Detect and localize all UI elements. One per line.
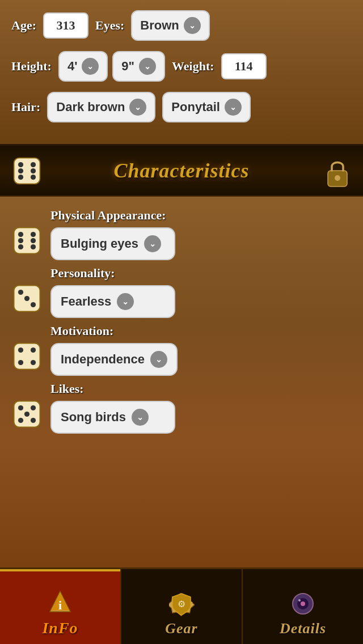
banner-dice-left-icon bbox=[11, 155, 43, 187]
svg-point-28 bbox=[18, 418, 23, 423]
svg-point-26 bbox=[18, 405, 23, 410]
likes-item: Likes: Song birds ⌄ bbox=[11, 382, 352, 434]
personality-label: Personality: bbox=[50, 266, 352, 281]
hair-style-chevron-icon: ⌄ bbox=[225, 99, 242, 116]
svg-text:⚙: ⚙ bbox=[178, 599, 185, 609]
svg-point-27 bbox=[31, 405, 36, 410]
svg-text:i: i bbox=[58, 598, 61, 612]
motivation-item: Motivation: Independence ⌄ bbox=[11, 324, 352, 376]
hair-color-chevron-icon: ⌄ bbox=[129, 99, 146, 116]
height-group: 4' ⌄ 9" ⌄ bbox=[58, 51, 165, 82]
personality-content: Personality: Fearless ⌄ bbox=[50, 266, 352, 318]
physical-appearance-dropdown[interactable]: Bulging eyes ⌄ bbox=[50, 227, 175, 260]
svg-point-6 bbox=[31, 168, 36, 173]
banner-lock-icon[interactable] bbox=[323, 156, 352, 185]
nav-item-details[interactable]: Details bbox=[243, 569, 363, 644]
likes-label: Likes: bbox=[50, 382, 352, 396]
weight-input[interactable]: 114 bbox=[221, 53, 267, 79]
svg-point-39 bbox=[301, 601, 305, 606]
svg-point-4 bbox=[31, 174, 36, 179]
svg-point-14 bbox=[18, 238, 23, 243]
svg-point-15 bbox=[31, 238, 36, 243]
personality-item: Personality: Fearless ⌄ bbox=[11, 266, 352, 318]
nav-details-label: Details bbox=[280, 620, 326, 637]
bottom-navigation: i InFo ⚙ Gear Detai bbox=[0, 567, 363, 644]
hair-label: Hair: bbox=[11, 100, 40, 115]
physical-dice-icon[interactable] bbox=[11, 225, 43, 256]
gear-icon: ⚙ bbox=[167, 590, 196, 618]
svg-point-1 bbox=[18, 162, 23, 167]
personality-dice-icon[interactable] bbox=[11, 283, 43, 314]
svg-point-21 bbox=[18, 348, 23, 353]
svg-point-22 bbox=[31, 348, 36, 353]
height-label: Height: bbox=[11, 59, 52, 74]
eyes-dropdown[interactable]: Brown ⌄ bbox=[131, 10, 209, 41]
svg-rect-0 bbox=[14, 158, 40, 184]
character-info-section: Age: 313 Eyes: Brown ⌄ Height: 4' ⌄ 9" ⌄ bbox=[0, 0, 363, 146]
hair-row: Hair: Dark brown ⌄ Ponytail ⌄ bbox=[11, 92, 352, 122]
age-input[interactable]: 313 bbox=[43, 12, 88, 39]
height-in-dropdown[interactable]: 9" ⌄ bbox=[112, 51, 165, 82]
motivation-content: Motivation: Independence ⌄ bbox=[50, 324, 352, 376]
personality-dropdown[interactable]: Fearless ⌄ bbox=[50, 285, 175, 318]
svg-point-18 bbox=[31, 302, 36, 307]
svg-point-17 bbox=[18, 290, 23, 295]
details-icon bbox=[289, 590, 317, 618]
characteristics-title: Characteristics bbox=[113, 159, 249, 183]
nav-item-info[interactable]: i InFo bbox=[0, 569, 121, 644]
eyes-chevron-icon: ⌄ bbox=[184, 17, 201, 34]
age-eyes-row: Age: 313 Eyes: Brown ⌄ bbox=[11, 10, 352, 41]
svg-point-12 bbox=[18, 244, 23, 249]
motivation-dropdown[interactable]: Independence ⌄ bbox=[50, 343, 178, 376]
personality-chevron-icon: ⌄ bbox=[117, 293, 134, 310]
motivation-dice-icon[interactable] bbox=[11, 341, 43, 372]
svg-point-30 bbox=[24, 412, 29, 417]
svg-point-3 bbox=[18, 174, 23, 179]
svg-point-29 bbox=[31, 418, 36, 423]
svg-rect-20 bbox=[14, 344, 40, 370]
physical-appearance-item: Physical Appearance: Bulging eyes ⌄ bbox=[11, 208, 352, 260]
nav-info-label: InFo bbox=[42, 619, 78, 637]
svg-point-11 bbox=[31, 232, 36, 237]
likes-content: Likes: Song birds ⌄ bbox=[50, 382, 352, 434]
nav-gear-label: Gear bbox=[165, 620, 197, 637]
height-in-chevron-icon: ⌄ bbox=[139, 58, 156, 75]
svg-point-5 bbox=[18, 168, 23, 173]
characteristics-banner: Characteristics bbox=[0, 146, 363, 197]
info-icon: i bbox=[46, 588, 74, 617]
svg-point-2 bbox=[31, 162, 36, 167]
height-weight-row: Height: 4' ⌄ 9" ⌄ Weight: 114 bbox=[11, 51, 352, 82]
svg-point-40 bbox=[298, 599, 301, 601]
weight-label: Weight: bbox=[172, 59, 214, 74]
physical-appearance-label: Physical Appearance: bbox=[50, 208, 352, 223]
likes-dice-icon[interactable] bbox=[11, 399, 43, 430]
svg-point-10 bbox=[18, 232, 23, 237]
hair-color-dropdown[interactable]: Dark brown ⌄ bbox=[47, 92, 155, 122]
svg-point-13 bbox=[31, 244, 36, 249]
characteristics-section: Physical Appearance: Bulging eyes ⌄ Pers… bbox=[0, 197, 363, 567]
eyes-label: Eyes: bbox=[95, 18, 124, 33]
svg-point-24 bbox=[31, 360, 36, 365]
svg-point-19 bbox=[24, 296, 29, 301]
likes-chevron-icon: ⌄ bbox=[132, 409, 149, 426]
likes-dropdown[interactable]: Song birds ⌄ bbox=[50, 401, 175, 434]
height-ft-dropdown[interactable]: 4' ⌄ bbox=[58, 51, 108, 82]
svg-rect-9 bbox=[14, 228, 40, 254]
height-ft-chevron-icon: ⌄ bbox=[82, 58, 99, 75]
svg-point-8 bbox=[335, 175, 340, 181]
motivation-label: Motivation: bbox=[50, 324, 352, 338]
age-label: Age: bbox=[11, 18, 36, 33]
nav-item-gear[interactable]: ⚙ Gear bbox=[121, 569, 243, 644]
physical-appearance-chevron-icon: ⌄ bbox=[144, 235, 161, 252]
svg-point-23 bbox=[18, 360, 23, 365]
physical-appearance-content: Physical Appearance: Bulging eyes ⌄ bbox=[50, 208, 352, 260]
motivation-chevron-icon: ⌄ bbox=[150, 351, 167, 368]
hair-style-dropdown[interactable]: Ponytail ⌄ bbox=[162, 92, 251, 122]
